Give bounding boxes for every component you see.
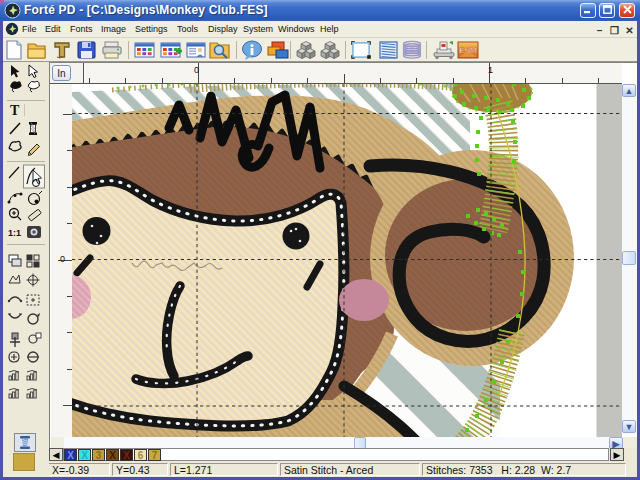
svg-text:T: T: [10, 103, 20, 118]
svg-text:1:1: 1:1: [8, 228, 21, 238]
